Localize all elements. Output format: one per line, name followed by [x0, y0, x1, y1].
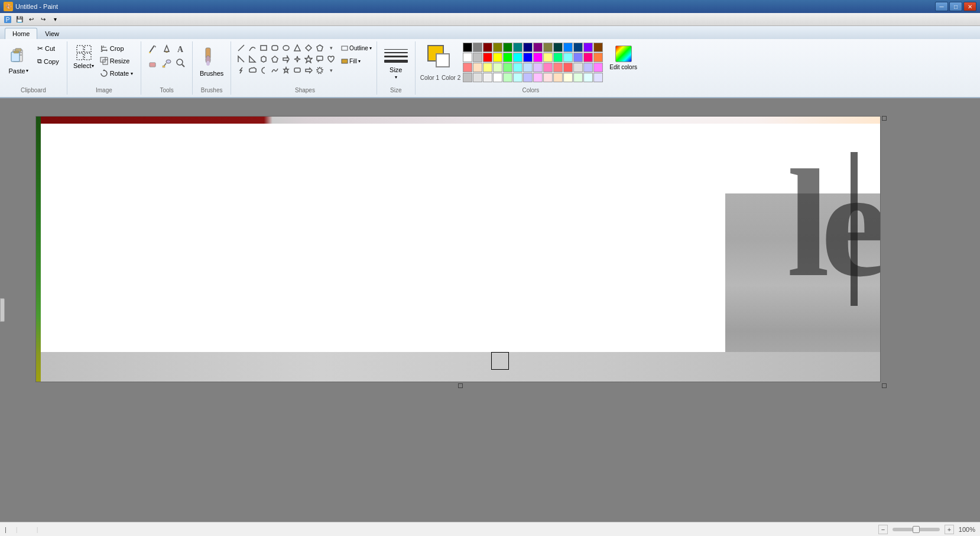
- palette-cell-2-2[interactable]: [483, 63, 492, 72]
- palette-cell-0-2[interactable]: [483, 43, 492, 52]
- palette-cell-1-8[interactable]: [543, 53, 553, 62]
- triangle-shape[interactable]: [292, 43, 303, 53]
- palette-cell-1-4[interactable]: [503, 53, 512, 62]
- palette-cell-2-13[interactable]: [593, 63, 603, 72]
- magnifier-tool[interactable]: [174, 57, 187, 70]
- palette-cell-2-12[interactable]: [583, 63, 593, 72]
- heart-shape[interactable]: [326, 54, 336, 64]
- pencil-tool[interactable]: [146, 43, 159, 56]
- tab-view[interactable]: View: [37, 28, 67, 39]
- palette-cell-0-3[interactable]: [493, 43, 502, 52]
- palette-cell-1-6[interactable]: [523, 53, 533, 62]
- palette-cell-3-4[interactable]: [503, 73, 512, 82]
- crop-button[interactable]: Crop: [97, 43, 136, 54]
- color2-swatch[interactable]: [436, 53, 450, 67]
- zoom-thumb[interactable]: [913, 526, 920, 533]
- palette-cell-3-6[interactable]: [523, 73, 533, 82]
- pentagon-shape[interactable]: [314, 43, 325, 53]
- palette-cell-0-10[interactable]: [563, 43, 573, 52]
- palette-cell-1-12[interactable]: [583, 53, 593, 62]
- fill-tool[interactable]: [160, 43, 173, 56]
- cloud-shape[interactable]: [247, 65, 258, 76]
- text-tool[interactable]: A: [174, 43, 187, 56]
- curve-shape[interactable]: [247, 43, 258, 53]
- canvas-main-white[interactable]: [41, 124, 726, 378]
- palette-cell-0-5[interactable]: [513, 43, 523, 52]
- minimize-button[interactable]: ─: [935, 2, 948, 11]
- palette-cell-0-9[interactable]: [553, 43, 563, 52]
- palette-cell-2-1[interactable]: [473, 63, 482, 72]
- star4-shape[interactable]: [292, 54, 303, 64]
- edit-colors-button[interactable]: Edit colors: [605, 43, 641, 73]
- resize-button[interactable]: Resize: [97, 55, 136, 67]
- more-shapes-btn2[interactable]: ▾: [326, 65, 336, 76]
- selection-rectangle[interactable]: [491, 352, 509, 370]
- hexagon-shape[interactable]: [258, 54, 269, 64]
- crescent-shape[interactable]: [258, 65, 269, 76]
- zoom-slider[interactable]: [893, 528, 940, 531]
- palette-cell-1-11[interactable]: [573, 53, 583, 62]
- palette-cell-2-9[interactable]: [553, 63, 563, 72]
- outline-button[interactable]: Outline ▾: [339, 43, 374, 53]
- palette-cell-1-0[interactable]: [463, 53, 472, 62]
- palette-cell-3-11[interactable]: [573, 73, 583, 82]
- palette-cell-0-11[interactable]: [573, 43, 583, 52]
- palette-cell-2-8[interactable]: [543, 63, 553, 72]
- size-selector[interactable]: Size ▾: [382, 47, 410, 82]
- canvas-resize-corner[interactable]: [882, 383, 887, 388]
- copy-button[interactable]: ⧉ Copy: [34, 56, 62, 67]
- palette-cell-3-7[interactable]: [533, 73, 543, 82]
- rounded-rect-shape[interactable]: [270, 43, 280, 53]
- canvas-resize-bottom[interactable]: [458, 383, 463, 388]
- pentagon2-shape[interactable]: [270, 54, 280, 64]
- palette-cell-1-3[interactable]: [493, 53, 502, 62]
- tab-home[interactable]: Home: [5, 28, 37, 39]
- wave-shape[interactable]: [270, 65, 280, 76]
- palette-cell-0-6[interactable]: [523, 43, 533, 52]
- dropdown-arrow[interactable]: ▾: [50, 14, 60, 25]
- lightning-shape[interactable]: [236, 65, 246, 76]
- palette-cell-2-5[interactable]: [513, 63, 523, 72]
- palette-cell-2-0[interactable]: [463, 63, 472, 72]
- palette-cell-3-9[interactable]: [553, 73, 563, 82]
- line-shape[interactable]: [236, 43, 246, 53]
- palette-cell-2-11[interactable]: [573, 63, 583, 72]
- palette-cell-0-12[interactable]: [583, 43, 593, 52]
- zoom-out-button[interactable]: −: [878, 525, 888, 534]
- palette-cell-0-7[interactable]: [533, 43, 543, 52]
- explosion-shape[interactable]: [314, 65, 325, 76]
- palette-cell-3-5[interactable]: [513, 73, 523, 82]
- ellipse-shape[interactable]: [281, 43, 291, 53]
- palette-cell-0-8[interactable]: [543, 43, 553, 52]
- palette-cell-3-10[interactable]: [563, 73, 573, 82]
- cut-button[interactable]: ✂ Cut: [34, 43, 62, 54]
- color-picker-tool[interactable]: [160, 57, 173, 70]
- maximize-button[interactable]: □: [949, 2, 962, 11]
- palette-cell-3-3[interactable]: [493, 73, 502, 82]
- brushes-button[interactable]: Brushes: [197, 43, 226, 80]
- palette-cell-1-10[interactable]: [563, 53, 573, 62]
- palette-cell-2-3[interactable]: [493, 63, 502, 72]
- eraser-tool[interactable]: [146, 57, 159, 70]
- right-angle-shape[interactable]: [236, 54, 246, 64]
- block-arrow-shape[interactable]: [303, 65, 314, 76]
- right-triangle-shape[interactable]: [247, 54, 258, 64]
- palette-cell-0-13[interactable]: [593, 43, 603, 52]
- fill-button[interactable]: Fill ▾: [339, 56, 374, 66]
- palette-cell-1-7[interactable]: [533, 53, 543, 62]
- undo-button[interactable]: ↩: [26, 14, 37, 25]
- rotate-button[interactable]: Rotate ▾: [97, 67, 136, 79]
- save-button[interactable]: 💾: [14, 14, 25, 25]
- scroll-shape[interactable]: [292, 65, 303, 76]
- palette-cell-1-13[interactable]: [593, 53, 603, 62]
- paint-menu-button[interactable]: P: [2, 14, 13, 25]
- canvas-resize-right[interactable]: [882, 116, 887, 121]
- select-button[interactable]: Select ▾: [72, 43, 96, 71]
- star5-shape[interactable]: [303, 54, 314, 64]
- palette-cell-0-0[interactable]: [463, 43, 472, 52]
- palette-cell-1-9[interactable]: [553, 53, 563, 62]
- callout-shape[interactable]: [314, 54, 325, 64]
- palette-cell-3-1[interactable]: [473, 73, 482, 82]
- zoom-in-button[interactable]: +: [945, 525, 954, 534]
- more-shapes-btn[interactable]: ▾: [326, 43, 336, 53]
